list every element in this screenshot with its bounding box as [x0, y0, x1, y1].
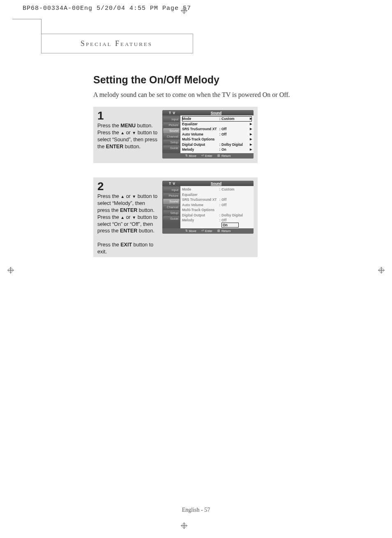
osd-side-channel: Channel: [163, 205, 180, 210]
right-arrow-icon: ▶: [248, 117, 252, 120]
osd-title: Sound: [180, 182, 252, 186]
osd-side-picture: Picture: [163, 122, 180, 128]
up-arrow-icon: ▲: [120, 215, 125, 220]
osd-row-multitrack: Multi-Track Options▶: [182, 137, 252, 142]
osd-side-input: Input: [163, 187, 180, 193]
step-2-text: Press the ▲ or ▼ button to select “Melod…: [97, 193, 159, 255]
osd-tv-label: T V: [164, 111, 180, 115]
step-2-block: 2 Press the ▲ or ▼ button to select “Mel…: [93, 177, 258, 257]
crop-mark-left: [7, 267, 14, 274]
osd-row-equalizer: Equalizer: [182, 192, 252, 198]
osd-side-channel: Channel: [163, 134, 180, 139]
right-arrow-icon: ▶: [248, 143, 252, 146]
osd-side-guide: Guide: [163, 145, 180, 151]
osd-header: T V Sound: [162, 181, 254, 186]
down-arrow-icon: ▼: [132, 194, 136, 199]
move-icon: ⇅: [185, 154, 188, 157]
crop-mark-top: [181, 7, 187, 14]
osd-row-srs: SRS TruSurround XT:Off▶: [182, 126, 252, 132]
osd-row-melody: Melody:On▶: [182, 147, 252, 152]
up-arrow-icon: ▲: [120, 194, 125, 199]
section-label: Special Features: [81, 39, 152, 48]
osd-side-sound: Sound: [163, 199, 180, 204]
down-arrow-icon: ▼: [132, 215, 136, 220]
page-title: Setting the On/Off Melody: [93, 74, 219, 86]
osd-screenshot-1: T V Sound Input Picture Sound Channel Se…: [162, 110, 254, 159]
osd-footer: ⇅Move ⏎Enter ▥Return: [162, 228, 254, 234]
osd-row-digital: Digital Output:Dolby Digital: [182, 213, 252, 218]
osd-sidebar: Input Picture Sound Channel Setup Guide: [162, 186, 180, 228]
osd-side-setup: Setup: [163, 210, 180, 216]
osd-tv-label: T V: [164, 182, 180, 186]
osd-side-guide: Guide: [163, 216, 180, 221]
right-arrow-icon: ▶: [248, 127, 252, 131]
enter-icon: ⏎: [201, 229, 204, 232]
up-arrow-icon: ▲: [120, 131, 125, 135]
section-header-box: Special Features: [41, 34, 193, 53]
osd-row-digital: Digital Output:Dolby Digital▶: [182, 142, 252, 147]
osd-row-srs: SRS TruSurround XT:Off: [182, 197, 252, 202]
osd-side-setup: Setup: [163, 140, 180, 145]
crop-mark-bottom: [181, 522, 187, 529]
return-icon: ▥: [217, 154, 220, 157]
right-arrow-icon: ▶: [248, 133, 252, 136]
osd-side-input: Input: [163, 117, 180, 122]
osd-side-picture: Picture: [163, 193, 180, 198]
osd-main-panel: Mode:Custom▶ Equalizer▶ SRS TruSurround …: [180, 115, 254, 153]
move-icon: ⇅: [185, 229, 188, 232]
page-footer: English - 57: [0, 507, 392, 513]
return-icon: ▥: [217, 229, 220, 232]
osd-row-equalizer: Equalizer▶: [182, 122, 252, 127]
right-arrow-icon: ▶: [248, 122, 252, 126]
crop-mark-right: [378, 267, 385, 274]
osd-row-autovol: Auto Volume:Off: [182, 202, 252, 208]
trim-line: [12, 19, 41, 19]
intro-text: A melody sound can be set to come on whe…: [93, 91, 290, 99]
osd-side-sound: Sound: [163, 128, 180, 133]
down-arrow-icon: ▼: [132, 131, 136, 135]
step-1-block: 1 Press the MENU button. Press the ▲ or …: [93, 107, 258, 163]
osd-title: Sound: [180, 111, 252, 115]
osd-screenshot-2: T V Sound Input Picture Sound Channel Se…: [162, 181, 254, 234]
osd-option-off: Off: [221, 218, 252, 223]
osd-sidebar: Input Picture Sound Channel Setup Guide: [162, 115, 180, 153]
enter-icon: ⏎: [201, 154, 204, 157]
osd-row-mode: Mode:Custom: [182, 187, 252, 192]
right-arrow-icon: ▶: [248, 138, 252, 141]
osd-row-autovol: Auto Volume:Off▶: [182, 132, 252, 137]
osd-option-on: On: [221, 223, 239, 228]
osd-footer: ⇅Move ⏎Enter ▥Return: [162, 153, 254, 159]
osd-main-panel: Mode:Custom Equalizer SRS TruSurround XT…: [180, 186, 254, 228]
osd-header: T V Sound: [162, 110, 254, 115]
right-arrow-icon: ▶: [248, 148, 252, 151]
step-1-text: Press the MENU button. Press the ▲ or ▼ …: [97, 122, 159, 150]
print-header: BP68-00334A-00Eng 5/20/04 4:55 PM Page 5…: [23, 5, 191, 12]
osd-row-mode: Mode:Custom▶: [182, 116, 252, 122]
osd-melody-options: Off On: [221, 218, 252, 228]
osd-row-multitrack: Multi-Track Options: [182, 207, 252, 213]
